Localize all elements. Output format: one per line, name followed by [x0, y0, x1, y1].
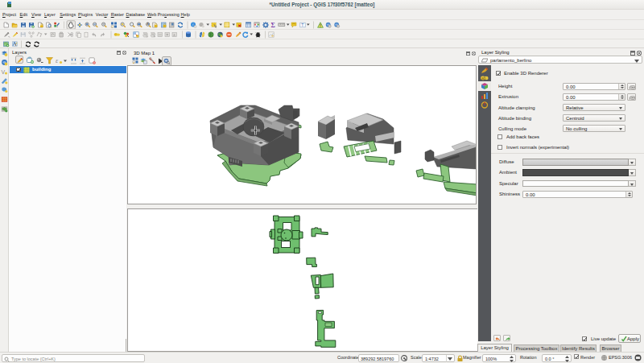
svg-text:T: T	[301, 23, 303, 27]
svg-text:V: V	[2, 69, 6, 75]
svg-text:ε: ε	[56, 57, 59, 64]
svg-text:Σ: Σ	[271, 22, 275, 29]
svg-text:ab: ab	[481, 76, 486, 80]
